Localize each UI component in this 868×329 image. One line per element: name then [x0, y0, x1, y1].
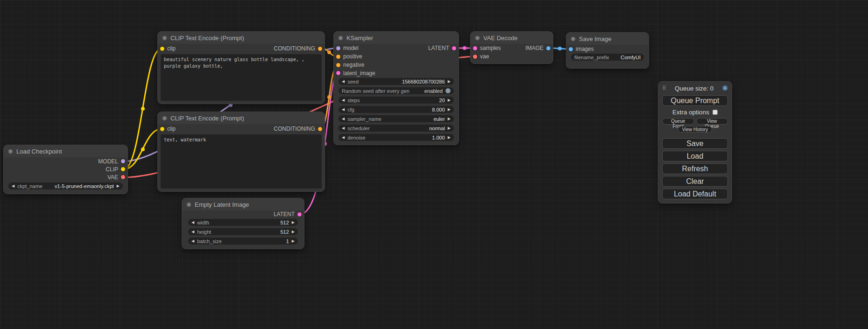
model-input-socket[interactable]	[336, 46, 340, 50]
decrement-arrow-icon[interactable]: ◀	[191, 221, 194, 224]
wire-midpoint-dot	[229, 103, 233, 107]
negative-prompt-textarea[interactable]: text, watermark	[161, 134, 322, 189]
increment-arrow-icon[interactable]: ▶	[292, 230, 295, 234]
denoise-widget[interactable]: ◀ denoise 1.000 ▶	[339, 134, 454, 141]
decrement-arrow-icon[interactable]: ◀	[342, 108, 345, 112]
vae-input-socket[interactable]	[473, 55, 477, 59]
node-title-bar[interactable]: KSampler	[334, 32, 459, 44]
latent-output-socket[interactable]	[297, 212, 302, 217]
spacer	[662, 134, 728, 138]
collapse-dot-icon[interactable]	[162, 36, 167, 40]
wire-midpoint-dot	[463, 46, 466, 50]
conditioning-output-socket[interactable]	[318, 47, 322, 51]
decrement-arrow-icon[interactable]: ◀	[342, 117, 345, 121]
scheduler-widget[interactable]: ◀ scheduler normal ▶	[339, 125, 454, 132]
settings-gear-icon[interactable]: ❋	[722, 84, 728, 92]
negative-input-socket[interactable]	[336, 63, 340, 67]
increment-arrow-icon[interactable]: ▶	[448, 126, 451, 130]
increment-arrow-icon[interactable]: ▶	[448, 117, 451, 121]
collapse-dot-icon[interactable]	[571, 37, 575, 41]
increment-arrow-icon[interactable]: ▶	[448, 80, 451, 84]
widget-label: scheduler	[347, 126, 370, 131]
node-title-bar[interactable]: Empty Latent Image	[182, 198, 304, 210]
view-queue-button[interactable]: View Queue	[696, 118, 728, 125]
clip-input-socket[interactable]	[160, 47, 164, 51]
node-ksampler[interactable]: KSampler model LATENT positive negative	[334, 32, 459, 145]
node-title-bar[interactable]: Save Image	[566, 33, 649, 45]
io-row: latent_image	[334, 69, 459, 77]
seed-widget[interactable]: ◀ seed 156680208700286 ▶	[339, 78, 454, 85]
load-button[interactable]: Load	[662, 151, 728, 161]
decrement-arrow-icon[interactable]: ◀	[342, 98, 345, 102]
extra-options-row: Extra options	[662, 109, 728, 116]
filename-prefix-widget[interactable]: filename_prefix ComfyUI	[571, 54, 644, 61]
widget-label: sampler_name	[347, 116, 381, 122]
queue-small-buttons-row: Queue Front View Queue	[662, 118, 728, 125]
clip-input-socket[interactable]	[160, 127, 164, 131]
random-seed-toggle-widget[interactable]: Random seed after every gen enabled	[339, 87, 454, 94]
decrement-arrow-icon[interactable]: ◀	[191, 239, 194, 243]
image-output-socket[interactable]	[546, 46, 550, 50]
load-default-button[interactable]: Load Default	[662, 189, 728, 199]
increment-arrow-icon[interactable]: ▶	[292, 221, 295, 224]
positive-input-socket[interactable]	[336, 55, 340, 59]
decrement-arrow-icon[interactable]: ◀	[12, 184, 14, 188]
node-graph-canvas[interactable]: Load Checkpoint MODEL CLIP VAE ◀ ckpt_na…	[0, 0, 868, 329]
positive-prompt-textarea[interactable]: beautiful scenery nature glass bottle la…	[161, 54, 322, 101]
node-load-checkpoint[interactable]: Load Checkpoint MODEL CLIP VAE ◀ ckpt_na…	[4, 145, 127, 194]
increment-arrow-icon[interactable]: ▶	[448, 108, 451, 112]
collapse-dot-icon[interactable]	[475, 36, 480, 40]
width-widget[interactable]: ◀ width 512 ▶	[188, 219, 298, 226]
increment-arrow-icon[interactable]: ▶	[448, 98, 451, 102]
decrement-arrow-icon[interactable]: ◀	[342, 126, 345, 130]
collapse-dot-icon[interactable]	[8, 149, 13, 154]
collapse-dot-icon[interactable]	[187, 203, 191, 207]
ckpt-name-widget[interactable]: ◀ ckpt_name v1-5-pruned-emaonly.ckpt ▶	[8, 182, 123, 189]
node-vae-decode[interactable]: VAE Decode samples IMAGE vae	[471, 32, 553, 63]
node-title: Empty Latent Image	[195, 201, 249, 208]
cfg-widget[interactable]: ◀ cfg 8.000 ▶	[339, 106, 454, 113]
save-button[interactable]: Save	[662, 138, 728, 149]
samples-input-socket[interactable]	[473, 46, 477, 50]
queue-front-button[interactable]: Queue Front	[662, 118, 694, 125]
conditioning-output-socket[interactable]	[318, 127, 322, 131]
extra-options-checkbox[interactable]	[713, 110, 718, 115]
node-title-bar[interactable]: VAE Decode	[471, 32, 553, 44]
node-clip-text-encode-positive[interactable]: CLIP Text Encode (Prompt) clip CONDITION…	[158, 32, 325, 104]
collapse-dot-icon[interactable]	[162, 116, 167, 120]
clear-button[interactable]: Clear	[662, 176, 728, 187]
model-output-socket[interactable]	[121, 159, 125, 163]
toggle-indicator-icon[interactable]	[445, 88, 451, 93]
collapse-dot-icon[interactable]	[339, 36, 343, 40]
image-output-label: IMAGE	[525, 45, 543, 51]
latent-image-input-socket[interactable]	[336, 71, 340, 75]
view-history-button[interactable]: View History	[678, 126, 712, 133]
decrement-arrow-icon[interactable]: ◀	[342, 80, 345, 84]
node-title-bar[interactable]: CLIP Text Encode (Prompt)	[158, 32, 325, 44]
drag-handle-icon[interactable]: ⠿	[662, 85, 666, 91]
increment-arrow-icon[interactable]: ▶	[448, 136, 451, 140]
node-clip-text-encode-negative[interactable]: CLIP Text Encode (Prompt) clip CONDITION…	[158, 112, 325, 191]
vae-output-socket[interactable]	[121, 175, 125, 179]
node-empty-latent-image[interactable]: Empty Latent Image LATENT ◀ width 512 ▶ …	[182, 198, 304, 249]
queue-prompt-button[interactable]: Queue Prompt	[662, 95, 728, 106]
images-input-socket[interactable]	[569, 47, 573, 51]
node-title-bar[interactable]: CLIP Text Encode (Prompt)	[158, 112, 325, 124]
refresh-button[interactable]: Refresh	[662, 163, 728, 174]
decrement-arrow-icon[interactable]: ◀	[191, 230, 194, 234]
batch-size-widget[interactable]: ◀ batch_size 1 ▶	[188, 238, 298, 245]
decrement-arrow-icon[interactable]: ◀	[342, 136, 345, 140]
wire-midpoint-dot	[141, 147, 145, 151]
clip-input-label: clip	[167, 126, 176, 132]
height-widget[interactable]: ◀ height 512 ▶	[188, 228, 298, 235]
clip-output-socket[interactable]	[121, 167, 125, 171]
wire-midpoint-dot	[558, 47, 562, 50]
node-title-bar[interactable]: Load Checkpoint	[4, 145, 127, 157]
node-save-image[interactable]: Save Image images filename_prefix ComfyU…	[566, 33, 649, 68]
steps-widget[interactable]: ◀ steps 20 ▶	[339, 97, 454, 104]
increment-arrow-icon[interactable]: ▶	[117, 184, 120, 188]
increment-arrow-icon[interactable]: ▶	[292, 239, 295, 243]
node-title: Save Image	[579, 35, 611, 42]
latent-output-socket[interactable]	[452, 46, 456, 50]
sampler-name-widget[interactable]: ◀ sampler_name euler ▶	[339, 115, 454, 122]
